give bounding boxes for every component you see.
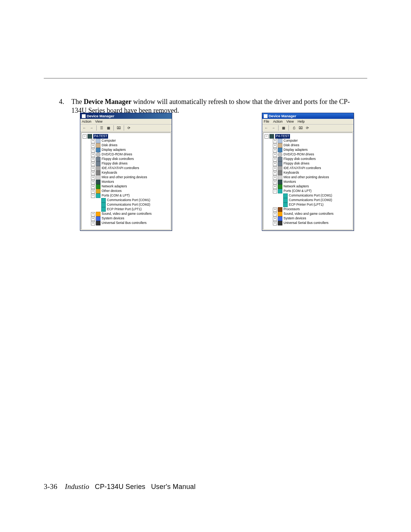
tree-node[interactable]: +DVD/CD-ROM drives bbox=[264, 152, 351, 157]
plus-icon[interactable]: + bbox=[91, 162, 95, 166]
plus-icon[interactable]: + bbox=[273, 148, 277, 152]
plus-icon[interactable]: + bbox=[91, 185, 95, 189]
tree-node[interactable]: +Display adapters bbox=[83, 148, 169, 152]
root-label[interactable]: P4-TEST bbox=[275, 134, 290, 138]
plus-icon[interactable]: + bbox=[273, 217, 277, 221]
plus-icon[interactable]: + bbox=[273, 166, 277, 171]
menu-action[interactable]: Action bbox=[273, 120, 283, 123]
node-label[interactable]: Floppy disk controllers bbox=[102, 157, 134, 161]
plus-icon[interactable]: + bbox=[273, 171, 277, 175]
refresh-icon[interactable]: ⟳ bbox=[305, 125, 310, 131]
device-tree-left[interactable]: −P4-TEST+Computer+Disk drives+Display ad… bbox=[81, 133, 171, 230]
node-label[interactable]: Floppy disk drives bbox=[102, 161, 127, 166]
tree-node[interactable]: +Keyboards bbox=[264, 171, 351, 175]
node-label[interactable]: Computer bbox=[284, 139, 298, 143]
plus-icon[interactable]: + bbox=[273, 144, 277, 148]
node-label[interactable]: ECP Printer Port (LPT1) bbox=[107, 207, 142, 211]
node-label[interactable]: Keyboards bbox=[102, 171, 117, 175]
tree-node[interactable]: +IDE ATA/ATAPI controllers bbox=[264, 166, 351, 171]
tree-node[interactable]: +Disk drives bbox=[83, 143, 169, 148]
menu-view[interactable]: View bbox=[287, 120, 294, 123]
tree-node[interactable]: +Sound, video and game controllers bbox=[264, 212, 351, 216]
tree-node[interactable]: −Ports (COM & LPT) bbox=[264, 189, 351, 193]
node-label[interactable]: Network adapters bbox=[284, 184, 309, 189]
plus-icon[interactable]: + bbox=[91, 166, 95, 171]
plus-icon[interactable]: + bbox=[273, 212, 277, 216]
node-label[interactable]: Floppy disk controllers bbox=[284, 157, 316, 161]
tree-node[interactable]: +Display adapters bbox=[264, 148, 351, 152]
tree-node[interactable]: +Computer bbox=[83, 139, 169, 143]
tree-node[interactable]: +Processors bbox=[264, 207, 351, 212]
plus-icon[interactable]: + bbox=[273, 153, 277, 157]
plus-icon[interactable]: + bbox=[91, 157, 95, 161]
plus-icon[interactable]: + bbox=[273, 157, 277, 161]
node-label[interactable]: Network adapters bbox=[102, 184, 127, 189]
tree-node[interactable]: +Universal Serial Bus controllers bbox=[83, 221, 169, 225]
node-label[interactable]: System devices bbox=[102, 216, 124, 220]
node-label[interactable]: Monitors bbox=[102, 180, 114, 184]
tree-node[interactable]: ECP Printer Port (LPT1) bbox=[264, 203, 351, 207]
forward-icon[interactable]: → bbox=[89, 125, 94, 131]
node-label[interactable]: Processors bbox=[284, 207, 300, 211]
tree-node[interactable]: +Computer bbox=[264, 139, 351, 143]
node-label[interactable]: Mice and other pointing devices bbox=[102, 175, 147, 179]
minus-icon[interactable]: − bbox=[273, 189, 277, 193]
back-icon[interactable]: ← bbox=[82, 125, 87, 131]
plus-icon[interactable]: + bbox=[91, 171, 95, 175]
list-icon[interactable]: ☰ bbox=[99, 125, 104, 131]
tree-node[interactable]: +IDE ATA/ATAPI controllers bbox=[83, 166, 169, 171]
tree-node[interactable]: +Network adapters bbox=[264, 184, 351, 189]
node-label[interactable]: Sound, video and game controllers bbox=[284, 212, 333, 216]
tree-node[interactable]: Communications Port (COM1) bbox=[264, 193, 351, 198]
root-label[interactable]: P4-TEST bbox=[93, 134, 108, 138]
node-label[interactable]: Communications Port (COM2) bbox=[289, 198, 332, 202]
plus-icon[interactable]: + bbox=[91, 180, 95, 184]
plus-icon[interactable]: + bbox=[91, 139, 95, 143]
tree-node[interactable]: +Monitors bbox=[264, 180, 351, 184]
node-label[interactable]: System devices bbox=[284, 216, 306, 220]
plus-icon[interactable]: + bbox=[91, 144, 95, 148]
menu-help[interactable]: Help bbox=[298, 120, 305, 123]
tree-node[interactable]: +Keyboards bbox=[83, 171, 169, 175]
tree-node[interactable]: +System devices bbox=[83, 216, 169, 221]
tree-node[interactable]: +Other devices bbox=[83, 189, 169, 193]
minus-icon[interactable]: − bbox=[91, 194, 95, 198]
node-label[interactable]: Display adapters bbox=[102, 148, 126, 152]
refresh-icon[interactable]: ⟳ bbox=[126, 125, 132, 131]
node-label[interactable]: Disk drives bbox=[102, 143, 118, 147]
tree-node[interactable]: +Disk drives bbox=[264, 143, 351, 148]
tree-node[interactable]: +Sound, video and game controllers bbox=[83, 212, 169, 216]
tree-node[interactable]: +Floppy disk controllers bbox=[83, 157, 169, 161]
menu-file[interactable]: File bbox=[264, 120, 269, 123]
plus-icon[interactable]: + bbox=[91, 217, 95, 221]
plus-icon[interactable]: + bbox=[91, 176, 95, 180]
node-label[interactable]: Communications Port (COM1) bbox=[107, 198, 150, 202]
tree-node[interactable]: Communications Port (COM2) bbox=[83, 203, 169, 207]
plus-icon[interactable]: + bbox=[273, 180, 277, 184]
node-label[interactable]: Mice and other pointing devices bbox=[284, 175, 329, 179]
tree-root[interactable]: −P4-TEST bbox=[264, 134, 351, 139]
node-label[interactable]: Sound, video and game controllers bbox=[102, 212, 151, 216]
plus-icon[interactable]: + bbox=[273, 185, 277, 189]
node-label[interactable]: IDE ATA/ATAPI controllers bbox=[284, 166, 321, 170]
tree-root[interactable]: −P4-TEST bbox=[83, 134, 169, 139]
node-label[interactable]: Display adapters bbox=[284, 148, 307, 152]
plus-icon[interactable]: + bbox=[273, 208, 277, 212]
device-tree-right[interactable]: −P4-TEST+Computer+Disk drives+Display ad… bbox=[263, 133, 353, 230]
plus-icon[interactable]: + bbox=[273, 221, 277, 225]
node-label[interactable]: Computer bbox=[102, 139, 116, 143]
tree-node[interactable]: ECP Printer Port (LPT1) bbox=[83, 207, 169, 212]
plus-icon[interactable]: + bbox=[273, 176, 277, 180]
node-label[interactable]: Keyboards bbox=[284, 171, 299, 175]
node-label[interactable]: Universal Serial Bus controllers bbox=[102, 221, 147, 225]
grid-icon[interactable]: ▦ bbox=[281, 125, 286, 131]
tree-node[interactable]: Communications Port (COM2) bbox=[264, 198, 351, 203]
tree-node[interactable]: +System devices bbox=[264, 216, 351, 221]
minus-icon[interactable]: − bbox=[264, 134, 269, 139]
plus-icon[interactable]: + bbox=[91, 212, 95, 216]
tree-node[interactable]: +Mice and other pointing devices bbox=[83, 175, 169, 180]
tree-node[interactable]: Communications Port (COM1) bbox=[83, 198, 169, 203]
minus-icon[interactable]: − bbox=[83, 134, 87, 139]
node-label[interactable]: Disk drives bbox=[284, 143, 299, 147]
node-label[interactable]: DVD/CD-ROM drives bbox=[284, 152, 314, 157]
